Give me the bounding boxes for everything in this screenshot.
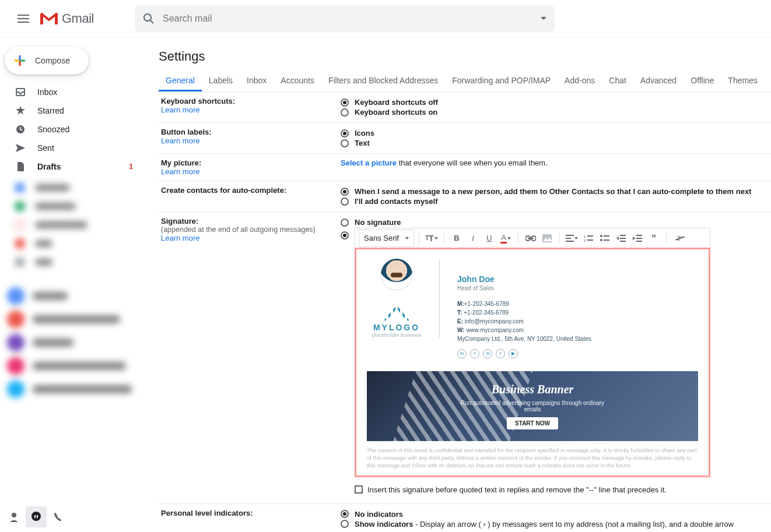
- brand-icon: [384, 305, 409, 320]
- font-picker[interactable]: Sans Serif: [359, 230, 414, 247]
- image-button[interactable]: [539, 230, 555, 246]
- tab-general[interactable]: General: [159, 76, 202, 91]
- tab-accounts[interactable]: Accounts: [274, 76, 321, 91]
- phone-tab[interactable]: [48, 506, 69, 527]
- remove-format-button[interactable]: T: [671, 230, 686, 246]
- sig-email: info@mycompany.com: [465, 318, 524, 325]
- banner-sub: Run automated advertising campaigns thro…: [457, 400, 608, 413]
- svg-point-16: [31, 512, 41, 521]
- tab-offline[interactable]: Offline: [684, 76, 721, 91]
- learn-more-link[interactable]: Learn more: [161, 167, 199, 176]
- star-icon: [15, 105, 27, 116]
- option-label: Text: [355, 139, 370, 147]
- bullet-list-button[interactable]: [597, 230, 612, 246]
- tab-labels[interactable]: Labels: [202, 76, 240, 91]
- radio-contacts-manual[interactable]: [341, 198, 349, 206]
- italic-button[interactable]: I: [465, 230, 481, 246]
- radio-no-indicators[interactable]: [341, 510, 349, 518]
- youtube-icon[interactable]: ▶: [509, 349, 518, 358]
- signature-disclaimer: The content of this email is confidentia…: [367, 447, 698, 469]
- radio-contacts-auto[interactable]: [341, 188, 349, 196]
- twitter-icon[interactable]: t: [496, 349, 505, 358]
- row-label: Button labels:: [161, 128, 341, 136]
- sig-email-label: E:: [457, 318, 463, 325]
- learn-more-link[interactable]: Learn more: [161, 136, 199, 145]
- search-input[interactable]: [163, 13, 532, 24]
- svg-rect-3: [40, 13, 43, 24]
- sidebar-item-drafts[interactable]: Drafts 1: [0, 157, 140, 176]
- compose-button[interactable]: Compose: [5, 47, 89, 75]
- radio-show-indicators[interactable]: [341, 520, 349, 528]
- sidebar-item-label: Starred: [37, 106, 64, 115]
- radio-no-signature[interactable]: [341, 219, 349, 227]
- radio-shortcuts-on[interactable]: [341, 108, 349, 117]
- search-options-caret-icon[interactable]: [541, 17, 546, 20]
- radio-text[interactable]: [341, 139, 349, 147]
- radio-use-signature[interactable]: [341, 231, 349, 239]
- avatar: [381, 259, 412, 290]
- quote-button[interactable]: ”: [646, 230, 661, 246]
- tab-forwarding[interactable]: Forwarding and POP/IMAP: [445, 76, 558, 91]
- svg-point-15: [12, 513, 16, 517]
- separator: [419, 232, 419, 245]
- search-bar[interactable]: [135, 5, 555, 32]
- brand-logo: MYLOGO placeholder business: [372, 305, 422, 338]
- search-icon[interactable]: [143, 13, 155, 24]
- settings-tabs: General Labels Inbox Accounts Filters an…: [159, 76, 771, 92]
- insert-before-quoted-label: Insert this signature before quoted text…: [367, 485, 667, 494]
- clock-icon: [15, 124, 27, 135]
- tab-themes[interactable]: Themes: [721, 76, 765, 91]
- row-label: Personal level indicators:: [161, 509, 341, 517]
- text-color-button[interactable]: A: [498, 230, 513, 246]
- signature-canvas[interactable]: MYLOGO placeholder business John Doe Hea…: [355, 248, 710, 477]
- font-size-button[interactable]: TT: [424, 230, 439, 246]
- facebook-icon[interactable]: f: [470, 349, 479, 358]
- gmail-icon: [40, 12, 58, 26]
- signature-banner: Business Banner Run automated advertisin…: [367, 371, 698, 441]
- sidebar-item-label: Inbox: [37, 87, 57, 97]
- linkedin-icon[interactable]: in: [457, 349, 467, 358]
- chevron-down-icon: [507, 237, 511, 239]
- radio-shortcuts-off[interactable]: [341, 98, 349, 107]
- select-picture-link[interactable]: Select a picture: [341, 158, 397, 167]
- learn-more-link[interactable]: Learn more: [161, 234, 199, 242]
- sidebar-item-snoozed[interactable]: Snoozed: [0, 120, 140, 139]
- link-button[interactable]: [523, 230, 538, 246]
- tab-filters[interactable]: Filters and Blocked Addresses: [321, 76, 445, 91]
- svg-point-29: [600, 239, 602, 241]
- sidebar-item-starred[interactable]: Starred: [0, 101, 140, 120]
- sidebar-item-label: Snoozed: [37, 125, 69, 134]
- tab-inbox[interactable]: Inbox: [240, 76, 274, 91]
- option-label: No signature: [355, 218, 401, 227]
- tab-advanced[interactable]: Advanced: [633, 76, 684, 91]
- hangouts-tab[interactable]: [26, 506, 47, 527]
- sidebar-item-label: Sent: [37, 143, 54, 153]
- align-button[interactable]: [565, 230, 580, 246]
- signature-editor: Sans Serif TT B I U A: [355, 228, 710, 498]
- app-logo[interactable]: Gmail: [40, 11, 94, 26]
- drafts-count: 1: [129, 163, 133, 171]
- menu-icon[interactable]: [9, 5, 37, 33]
- radio-icons[interactable]: [341, 129, 349, 138]
- contacts-tab[interactable]: [3, 506, 24, 527]
- insert-before-quoted-checkbox[interactable]: [355, 485, 363, 494]
- banner-cta-button[interactable]: START NOW: [507, 417, 558, 429]
- underline-button[interactable]: U: [482, 230, 497, 246]
- indent-more-button[interactable]: [630, 230, 645, 246]
- svg-point-5: [144, 14, 151, 21]
- learn-more-link[interactable]: Learn more: [161, 105, 199, 114]
- svg-marker-14: [16, 144, 25, 152]
- font-name: Sans Serif: [364, 234, 399, 242]
- brand-name: MYLOGO: [372, 323, 422, 332]
- tab-addons[interactable]: Add-ons: [558, 76, 602, 91]
- tab-chat[interactable]: Chat: [602, 76, 633, 91]
- sig-person-name: John Doe: [457, 275, 591, 284]
- sidebar-item-sent[interactable]: Sent: [0, 139, 140, 157]
- chevron-down-icon: [405, 237, 409, 239]
- numbered-list-button[interactable]: 12: [581, 230, 596, 246]
- indent-less-button[interactable]: [614, 230, 629, 246]
- instagram-icon[interactable]: ◎: [483, 349, 492, 358]
- sidebar-item-inbox[interactable]: Inbox: [0, 83, 140, 101]
- bold-button[interactable]: B: [449, 230, 464, 246]
- row-sublabel: (appended at the end of all outgoing mes…: [161, 226, 341, 234]
